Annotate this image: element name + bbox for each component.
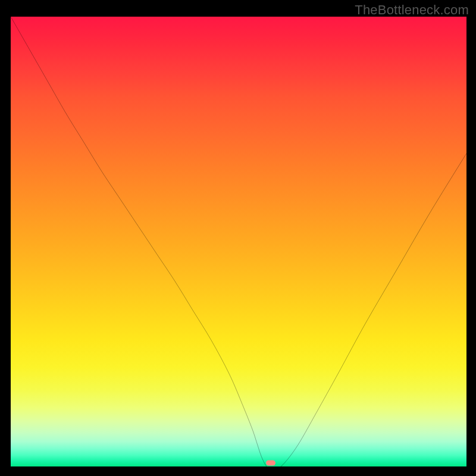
plot-area xyxy=(11,17,466,466)
bottleneck-curve xyxy=(11,17,466,472)
watermark-label: TheBottleneck.com xyxy=(355,2,469,18)
curve-path xyxy=(11,17,466,471)
min-marker xyxy=(266,460,275,465)
chart-frame: TheBottleneck.com xyxy=(0,0,476,476)
